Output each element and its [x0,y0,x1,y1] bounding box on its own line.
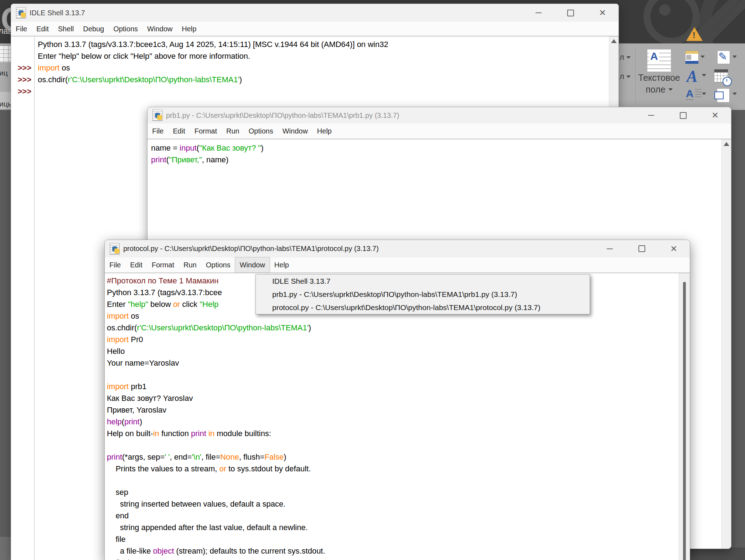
menu-item-edit[interactable]: Edit [32,22,53,36]
shell-prompt: >>> [11,85,31,97]
menu-item-options[interactable]: Options [244,124,278,139]
chevron-down-icon[interactable] [702,74,706,77]
scrollbar[interactable] [679,273,690,560]
code-line: name = input("Как Вас зовут? ") [151,142,721,154]
menu-item-help[interactable]: Help [312,124,336,139]
code-line: flush [107,557,679,560]
maximize-button[interactable] [554,4,586,22]
menu-item-debug[interactable]: Debug [78,22,109,36]
menu-item-run[interactable]: Run [179,257,201,273]
header-footer-icon[interactable] [685,51,699,64]
ribbon-group-fragment: иц [0,69,8,77]
code-line: Привет, Yaroslav [107,404,679,416]
code-line: import prb1 [107,381,679,392]
menu-bar: FileEditShellDebugOptionsWindowHelp [11,22,619,36]
code-line: end [107,510,679,522]
menu-item-help[interactable]: Help [177,22,201,36]
menu-item-file[interactable]: File [105,257,125,273]
minimize-button[interactable] [522,4,554,22]
signature-icon[interactable] [717,51,730,64]
warning-icon[interactable]: ! [686,27,703,42]
window-menu-item[interactable]: protocol.py - C:\Users\uprkt\Desktop\ПО\… [256,301,590,314]
shell-prompt [11,38,31,50]
textbox-label: Текстовое [637,72,681,84]
close-button[interactable]: ✕ [699,107,731,124]
maximize-button[interactable] [626,240,658,257]
window-title: IDLE Shell 3.13.7 [30,9,85,17]
title-bar[interactable]: protocol.py - C:\Users\uprkt\Desktop\ПО\… [105,240,690,257]
menu-item-run[interactable]: Run [222,124,244,139]
menu-item-format[interactable]: Format [190,124,222,139]
menu-item-options[interactable]: Options [201,257,235,273]
word-document-background-right [731,110,745,548]
window-title: protocol.py - C:\Users\uprkt\Desktop\ПО\… [123,245,379,253]
textbox-button[interactable]: Текстовое поле [637,49,681,103]
maximize-button[interactable] [667,107,699,124]
ribbon-cut-button[interactable]: л [620,72,631,81]
code-line: Your name=Yaroslav [107,357,679,369]
code-line: Python 3.13.7 (tags/v3.13.7:bcee1c3, Aug… [38,38,609,50]
chevron-down-icon[interactable] [733,56,737,58]
menu-item-window[interactable]: Window [235,257,270,273]
code-line: Help on built-in function print in modul… [107,428,679,439]
menu-item-file[interactable]: File [148,124,168,139]
code-line [107,439,679,451]
code-line: Prints the values to a stream, or to sys… [107,463,679,475]
chevron-down-icon[interactable] [700,56,705,58]
menu-item-edit[interactable]: Edit [125,257,147,273]
textbox-icon [647,49,671,72]
python-file-icon [152,110,162,121]
textbox-label: поле [646,84,665,95]
code-line: sep [107,486,679,498]
chevron-down-icon[interactable] [733,93,737,95]
window-title: prb1.py - C:\Users\uprkt\Desktop\ПО\pyth… [166,111,399,120]
minimize-button[interactable] [635,107,667,124]
code-line: import Pr0 [107,334,679,345]
editor-content[interactable]: #Протокол по Теме 1 МамакинPython 3.13.7… [105,273,690,560]
menu-item-format[interactable]: Format [147,257,179,273]
clock-icon [723,77,732,86]
ribbon-cut-button[interactable]: л [620,53,631,62]
code-line [38,85,609,97]
title-bar[interactable]: IDLE Shell 3.13.7 ✕ [11,4,619,22]
code-line [107,369,679,381]
code-line: Hello [107,345,679,357]
word-document-background-left-foot [0,537,11,560]
window-menu-item[interactable]: IDLE Shell 3.13.7 [256,274,590,288]
scrollbar[interactable] [721,139,731,549]
minimize-button[interactable] [594,240,626,257]
code-line: string inserted between values, default … [107,498,679,510]
scroll-up-icon[interactable] [611,39,617,43]
menu-item-file[interactable]: File [11,22,32,36]
shell-prompt [11,50,31,62]
desktop: C лав ! иц ицы л л Текстовое поле IDLE S… [0,0,745,560]
prompt-gutter: >>>>>>>>> [11,36,35,560]
close-button[interactable]: ✕ [586,4,619,22]
window-menu-item[interactable]: prb1.py - C:\Users\uprkt\Desktop\ПО\pyth… [256,288,590,301]
ribbon-separator [635,47,636,105]
code-line: file [107,533,679,545]
drop-cap-icon[interactable] [686,88,700,101]
editor-text[interactable]: #Протокол по Теме 1 МамакинPython 3.13.7… [105,273,679,560]
scrollbar-thumb[interactable] [683,282,686,560]
python-file-icon [110,243,120,255]
scroll-up-icon[interactable] [724,142,729,146]
title-bar[interactable]: prb1.py - C:\Users\uprkt\Desktop\ПО\pyth… [148,107,731,124]
menu-item-window[interactable]: Window [278,124,312,139]
code-line: import os [38,62,609,74]
code-line: print(*args, sep=' ', end='\n', file=Non… [107,451,679,463]
menu-item-edit[interactable]: Edit [168,124,190,139]
code-line: print("Привет,", name) [151,154,721,166]
chevron-down-icon[interactable] [702,93,706,95]
menu-item-help[interactable]: Help [270,257,294,273]
menu-item-shell[interactable]: Shell [53,22,78,36]
object-icon[interactable] [717,88,730,103]
code-line [107,475,679,486]
menu-item-options[interactable]: Options [109,22,143,36]
menu-item-window[interactable]: Window [143,22,177,36]
code-line: string appended after the last value, de… [107,522,679,533]
menu-bar: FileEditFormatRunOptionsWindowHelp [105,257,690,273]
close-button[interactable]: ✕ [658,240,690,257]
wordart-icon[interactable] [687,67,701,82]
protocol-editor-window: protocol.py - C:\Users\uprkt\Desktop\ПО\… [104,240,690,560]
